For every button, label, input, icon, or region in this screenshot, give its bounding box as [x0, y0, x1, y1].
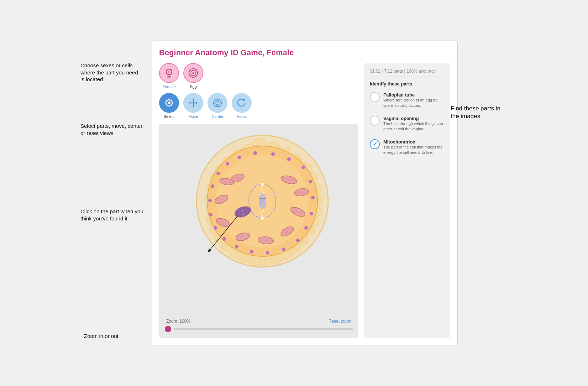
part-text-vaginal: Vaginal opening The hole through which t…: [383, 116, 445, 132]
svg-point-130: [216, 172, 220, 175]
stats-bar: 01:02 | 7/12 parts | 100% accuracy: [370, 69, 445, 77]
reset-tool-btn[interactable]: Reset: [232, 93, 252, 119]
svg-marker-19: [196, 102, 198, 104]
female-label: Female: [163, 84, 176, 89]
egg-cell-diagram[interactable]: [166, 130, 351, 315]
identify-label: Identify these parts.: [370, 81, 445, 87]
move-tool-btn[interactable]: Move: [183, 93, 203, 119]
part-text-mitochondrion: Mitochondrion The part of the cell that …: [383, 139, 445, 156]
svg-point-116: [309, 180, 312, 183]
center-icon[interactable]: [208, 93, 227, 113]
egg-label: Egg: [190, 84, 197, 89]
svg-point-120: [296, 239, 300, 242]
annotation-find-parts: Find these parts in the images: [451, 105, 508, 120]
annotation-choose-sexes: Choose sexes or cells where the part you…: [80, 62, 143, 83]
svg-marker-17: [192, 106, 194, 108]
svg-point-93: [261, 217, 264, 220]
diagram-container: Zoom: 100% Reset zoom: [159, 124, 358, 338]
female-icon[interactable]: [159, 63, 179, 83]
zoom-track[interactable]: [174, 328, 353, 330]
annotation-zoom: Zoom in or out: [84, 333, 134, 340]
svg-point-128: [208, 199, 212, 202]
svg-point-113: [271, 152, 275, 156]
svg-point-121: [282, 247, 285, 251]
egg-icon-btn[interactable]: Egg: [183, 63, 203, 89]
egg-symbol-svg: [187, 67, 199, 79]
svg-point-9: [168, 101, 170, 104]
zoom-fill: [174, 328, 201, 330]
zoom-slider-container[interactable]: [165, 326, 353, 332]
svg-point-92: [261, 183, 264, 186]
svg-point-118: [310, 212, 313, 215]
part-name-vaginal: Vaginal opening: [383, 116, 445, 121]
part-desc-fallopian: Where fertilization of an egg by sperm u…: [383, 98, 445, 109]
annotation-click-part: Click on the part when you think you've …: [80, 208, 145, 222]
svg-point-112: [253, 151, 257, 155]
part-item-vaginal[interactable]: Vaginal opening The hole through which t…: [370, 114, 445, 134]
svg-marker-16: [192, 98, 194, 100]
part-item-fallopian[interactable]: Fallopian tube Where fertilization of an…: [370, 91, 445, 110]
zoom-reset-button[interactable]: Reset zoom: [329, 319, 351, 324]
reset-label: Reset: [237, 114, 247, 119]
zoom-slider-thumb[interactable]: [165, 326, 171, 332]
stats-time: 01:02: [370, 69, 380, 74]
svg-marker-18: [189, 102, 190, 104]
svg-point-125: [222, 237, 226, 241]
center-tool-btn[interactable]: Center: [208, 93, 227, 119]
svg-point-131: [226, 162, 229, 166]
svg-point-124: [235, 245, 238, 249]
part-name-mitochondrion: Mitochondrion: [383, 139, 445, 145]
female-icon-btn[interactable]: Female: [159, 63, 179, 89]
select-label: Select: [164, 114, 175, 119]
female-symbol-svg: [163, 67, 175, 79]
reset-icon[interactable]: [232, 93, 252, 113]
zoom-bar: Zoom: 100% Reset zoom: [165, 319, 353, 324]
svg-point-117: [311, 196, 315, 199]
svg-point-114: [287, 157, 291, 161]
svg-point-21: [216, 101, 219, 105]
egg-icon[interactable]: [183, 63, 203, 83]
select-icon[interactable]: [159, 93, 179, 113]
part-circle-mitochondrion[interactable]: ✓: [370, 139, 380, 149]
svg-point-119: [304, 226, 308, 230]
svg-point-126: [214, 226, 217, 230]
move-icon[interactable]: [183, 93, 203, 113]
svg-point-127: [209, 213, 212, 217]
svg-point-115: [301, 166, 305, 169]
part-desc-mitochondrion: The part of the cell that makes the ener…: [383, 145, 445, 156]
checkmark-icon: ✓: [373, 141, 377, 147]
stats-parts: 7/12 parts: [384, 69, 403, 74]
annotation-select-parts: Select parts, move, center, or reset vie…: [80, 122, 145, 136]
svg-point-129: [211, 184, 214, 188]
right-panel: 01:02 | 7/12 parts | 100% accuracy Ident…: [364, 63, 450, 338]
select-tool-btn[interactable]: Select: [159, 93, 179, 119]
svg-point-7: [193, 73, 194, 74]
part-circle-vaginal[interactable]: [370, 116, 380, 126]
center-label: Center: [211, 114, 223, 119]
stats-accuracy: 100% accuracy: [406, 69, 436, 74]
part-desc-vaginal: The hole through which things can enter …: [383, 121, 445, 132]
svg-point-122: [266, 251, 269, 255]
part-circle-fallopian[interactable]: [370, 92, 380, 102]
zoom-label: Zoom: 100%: [166, 319, 190, 324]
page-title: Beginner Anatomy ID Game, Female: [159, 48, 450, 57]
svg-point-3: [168, 71, 170, 73]
svg-point-123: [250, 250, 253, 254]
sex-icon-row: Female Egg: [159, 63, 358, 89]
part-item-mitochondrion[interactable]: ✓ Mitochondrion The part of the cell tha…: [370, 138, 445, 157]
move-label: Move: [189, 114, 198, 119]
svg-point-132: [237, 156, 241, 159]
part-text-fallopian: Fallopian tube Where fertilization of an…: [383, 92, 445, 109]
part-name-fallopian: Fallopian tube: [383, 92, 445, 98]
tool-icon-row: Select: [159, 93, 358, 119]
